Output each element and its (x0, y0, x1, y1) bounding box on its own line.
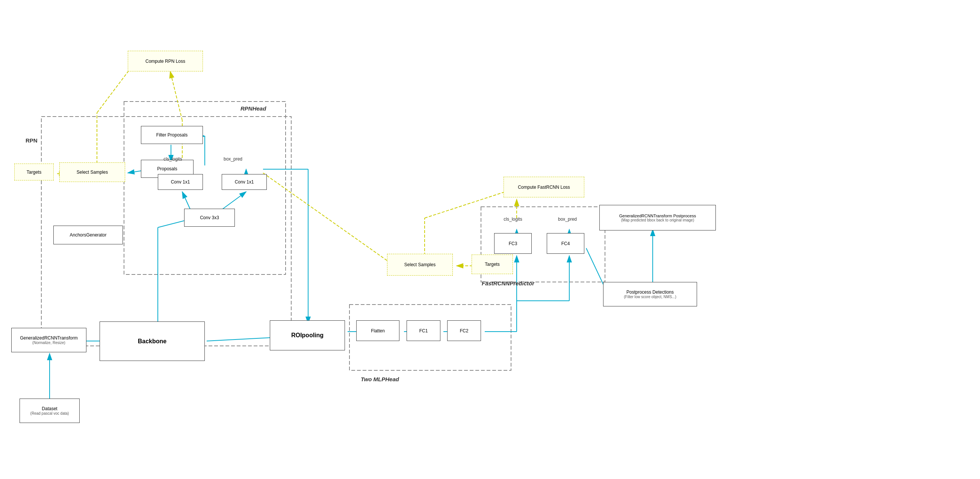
fc3-label: FC3 (509, 241, 517, 246)
generalized-transform-sub: (Normalize, Resize) (32, 341, 65, 345)
backbone-label: Backbone (138, 338, 167, 345)
cls-logits1-label-node: cls_logits (152, 154, 194, 164)
fastrcnn-group-label: FastRCNNPredictor (482, 280, 535, 286)
generalized-transform-node: GeneralizedRCNNTransform (Normalize, Res… (11, 328, 86, 352)
svg-line-6 (207, 337, 278, 341)
postprocess-detections-node: Postprocess Detections (Filter low score… (603, 282, 697, 307)
conv3x3-node: Conv 3x3 (184, 209, 235, 227)
backbone-node: Backbone (100, 321, 205, 361)
cls-logits2-label: cls_logits (504, 217, 522, 222)
fc4-node: FC4 (547, 233, 584, 254)
conv1x1-box-label: Conv 1x1 (235, 179, 254, 185)
conv3x3-label: Conv 3x3 (200, 215, 219, 220)
filter-proposals-node: Filter Proposals (141, 126, 203, 144)
twomlp-group-label: Two MLPHead (361, 376, 399, 382)
select-samples1-label: Select Samples (76, 169, 108, 175)
compute-fastrcnn-loss-node: Compute FastRCNN Loss (504, 177, 584, 197)
svg-line-36 (425, 190, 511, 218)
targets2-label: Targets (485, 262, 500, 267)
dataset-label: Dataset (42, 406, 57, 411)
svg-line-33 (263, 173, 395, 266)
arrows-svg (0, 0, 980, 479)
dataset-node: Dataset (Read pascal voc data) (19, 399, 80, 423)
diagram: Dataset (Read pascal voc data) Generaliz… (0, 0, 980, 479)
select-samples1-node: Select Samples (59, 163, 125, 182)
box-pred1-label-node: box_pred (212, 154, 254, 164)
compute-rpn-loss-label: Compute RPN Loss (145, 59, 185, 64)
cls-logits1-label: cls_logits (164, 156, 182, 162)
fc3-node: FC3 (494, 233, 532, 254)
box-pred1-label: box_pred (224, 156, 242, 162)
box-pred2-label-node: box_pred (547, 214, 588, 224)
compute-rpn-loss-node: Compute RPN Loss (128, 51, 203, 72)
select-samples2-label: Select Samples (404, 262, 436, 267)
proposals-label: Proposals (157, 166, 177, 171)
generalized-transform-label: GeneralizedRCNNTransform (20, 335, 78, 341)
anchors-generator-label: AnchorsGenerator (70, 232, 107, 238)
fc2-node: FC2 (447, 320, 481, 341)
cls-logits2-label-node: cls_logits (492, 214, 534, 224)
targets1-label: Targets (27, 169, 41, 175)
select-samples2-node: Select Samples (387, 254, 453, 276)
flatten-node: Flatten (356, 320, 399, 341)
compute-fastrcnn-loss-label: Compute FastRCNN Loss (518, 185, 570, 190)
targets1-node: Targets (14, 164, 54, 180)
generalized-transform-post-label: GeneralizedRCNNTransform Postprocess (619, 214, 696, 218)
svg-line-31 (170, 72, 182, 120)
box-pred2-label: box_pred (558, 217, 577, 222)
flatten-label: Flatten (371, 328, 385, 334)
fc2-label: FC2 (460, 328, 469, 334)
fc4-label: FC4 (562, 241, 570, 246)
generalized-transform-post-sub: (Map predicted bbox back to original ima… (621, 218, 694, 222)
roi-pooling-label: ROIpooling (291, 332, 323, 339)
conv1x1-box-node: Conv 1x1 (222, 174, 267, 190)
targets2-node: Targets (472, 254, 513, 274)
filter-proposals-label: Filter Proposals (156, 133, 188, 137)
conv1x1-cls-node: Conv 1x1 (158, 174, 203, 190)
roi-pooling-node: ROIpooling (270, 320, 345, 350)
postprocess-detections-sub: (Filter low score object, NMS...) (624, 295, 676, 299)
generalized-transform-post-node: GeneralizedRCNNTransform Postprocess (Ma… (599, 205, 716, 230)
rpn-group-label: RPN (25, 137, 38, 144)
fc1-label: FC1 (419, 328, 428, 334)
rpnhead-group-label: RPNHead (240, 105, 266, 112)
anchors-generator-node: AnchorsGenerator (53, 225, 123, 244)
fc1-node: FC1 (407, 320, 441, 341)
postprocess-detections-label: Postprocess Detections (627, 289, 674, 295)
dataset-sub: (Read pascal voc data) (30, 411, 69, 415)
conv1x1-cls-label: Conv 1x1 (171, 179, 190, 185)
